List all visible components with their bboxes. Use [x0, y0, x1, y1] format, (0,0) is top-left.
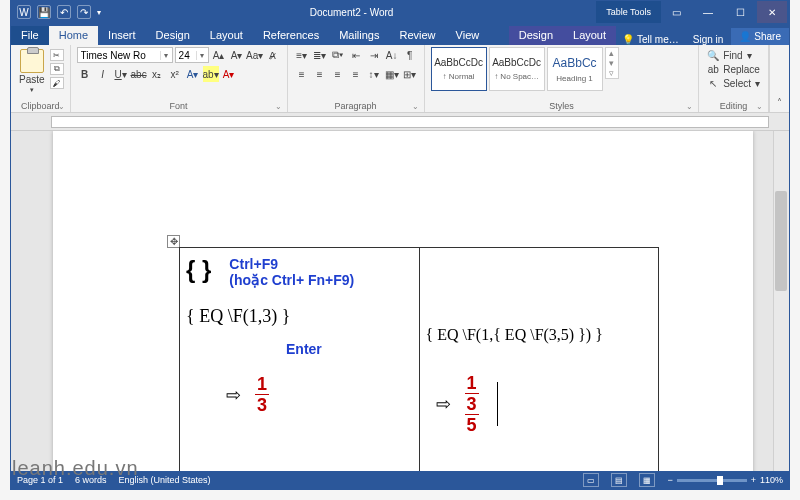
tab-mailings[interactable]: Mailings [329, 26, 389, 45]
table-cell-right[interactable]: { EQ \F(1,{ EQ \F(3,5) }) } ⇨ 1 3 5 [420, 248, 659, 471]
multilevel-list-button[interactable]: ⧉▾ [330, 47, 346, 63]
print-layout-button[interactable]: ▤ [611, 473, 627, 487]
chevron-down-icon[interactable]: ▾ [196, 51, 208, 60]
tab-file[interactable]: File [11, 26, 49, 45]
find-button[interactable]: 🔍Find ▾ [707, 49, 760, 61]
font-color-button[interactable]: A▾ [221, 66, 237, 82]
tab-review[interactable]: Review [390, 26, 446, 45]
minimize-button[interactable]: — [693, 1, 723, 23]
show-marks-button[interactable]: ¶ [402, 47, 418, 63]
zoom-slider[interactable] [677, 479, 747, 482]
qat-customize-icon[interactable]: ▾ [97, 8, 101, 17]
ruler-area [11, 113, 789, 131]
zoom-out-button[interactable]: − [667, 475, 672, 485]
font-name-input[interactable] [78, 50, 160, 61]
save-icon[interactable]: 💾 [37, 5, 51, 19]
align-center-button[interactable]: ≡ [312, 66, 328, 82]
clear-formatting-button[interactable]: A̷ [265, 47, 281, 63]
status-words[interactable]: 6 words [75, 475, 107, 485]
scrollbar-thumb[interactable] [775, 191, 787, 291]
subscript-button[interactable]: x₂ [149, 66, 165, 82]
fraction-num-b: 3 [466, 395, 476, 413]
arrow-icon: ⇨ [436, 393, 451, 415]
ribbon-display-options-icon[interactable]: ▭ [661, 1, 691, 23]
align-left-button[interactable]: ≡ [294, 66, 310, 82]
shading-button[interactable]: ▦▾ [384, 66, 400, 82]
undo-icon[interactable]: ↶ [57, 5, 71, 19]
sort-button[interactable]: A↓ [384, 47, 400, 63]
select-button[interactable]: ↖Select ▾ [707, 77, 760, 89]
chevron-down-icon[interactable]: ▾ [606, 58, 618, 68]
highlight-button[interactable]: ab▾ [203, 66, 219, 82]
bullets-button[interactable]: ≡▾ [294, 47, 310, 63]
zoom-slider-thumb[interactable] [717, 476, 723, 485]
more-icon[interactable]: ▿ [606, 68, 618, 78]
close-button[interactable]: ✕ [757, 1, 787, 23]
increase-indent-button[interactable]: ⇥ [366, 47, 382, 63]
tab-view[interactable]: View [446, 26, 490, 45]
tab-design[interactable]: Design [146, 26, 200, 45]
status-page[interactable]: Page 1 of 1 [17, 475, 63, 485]
replace-label: Replace [723, 64, 760, 75]
quick-access-toolbar: W 💾 ↶ ↷ ▾ [11, 5, 107, 19]
numbering-button[interactable]: ≣▾ [312, 47, 328, 63]
tab-table-layout[interactable]: Layout [563, 26, 616, 45]
style-no-spacing[interactable]: AaBbCcDc ↑ No Spac… [489, 47, 545, 91]
tab-home[interactable]: Home [49, 26, 98, 45]
zoom-in-button[interactable]: + [751, 475, 756, 485]
underline-button[interactable]: U▾ [113, 66, 129, 82]
chevron-down-icon[interactable]: ▾ [160, 51, 172, 60]
share-label: Share [754, 31, 781, 42]
maximize-button[interactable]: ☐ [725, 1, 755, 23]
ribbon-tabs: File Home Insert Design Layout Reference… [11, 23, 789, 45]
fraction-num-a: 1 [466, 374, 476, 392]
font-name-combo[interactable]: ▾ [77, 47, 173, 63]
font-size-combo[interactable]: ▾ [175, 47, 209, 63]
cut-button[interactable]: ✂ [50, 49, 64, 61]
style-name: ↑ No Spac… [494, 72, 539, 81]
redo-icon[interactable]: ↷ [77, 5, 91, 19]
tab-layout[interactable]: Layout [200, 26, 253, 45]
read-mode-button[interactable]: ▭ [583, 473, 599, 487]
strikethrough-button[interactable]: abc [131, 66, 147, 82]
line-spacing-button[interactable]: ↕▾ [366, 66, 382, 82]
styles-gallery-more[interactable]: ▴ ▾ ▿ [605, 47, 619, 79]
table-cell-left[interactable]: { } Ctrl+F9 (hoặc Ctrl+ Fn+F9) { EQ \F(1… [180, 248, 420, 471]
collapse-ribbon-button[interactable]: ˄ [769, 45, 789, 112]
tell-me-search[interactable]: 💡Tell me… [616, 34, 685, 45]
format-painter-button[interactable]: 🖌 [50, 77, 64, 89]
copy-button[interactable]: ⧉ [50, 63, 64, 75]
replace-button[interactable]: abReplace [707, 63, 760, 75]
change-case-button[interactable]: Aa▾ [247, 47, 263, 63]
borders-button[interactable]: ⊞▾ [402, 66, 418, 82]
sign-in-link[interactable]: Sign in [685, 34, 732, 45]
font-size-input[interactable] [176, 50, 196, 61]
vertical-scrollbar[interactable] [773, 131, 789, 471]
style-heading-1[interactable]: AaBbCc Heading 1 [547, 47, 603, 91]
web-layout-button[interactable]: ▦ [639, 473, 655, 487]
chevron-up-icon[interactable]: ▴ [606, 48, 618, 58]
lightbulb-icon: 💡 [622, 34, 634, 45]
title-bar: W 💾 ↶ ↷ ▾ Document2 - Word Table Tools ▭… [11, 1, 789, 23]
grow-font-button[interactable]: A▴ [211, 47, 227, 63]
share-button[interactable]: 👤Share [731, 28, 789, 45]
status-language[interactable]: English (United States) [119, 475, 211, 485]
align-right-button[interactable]: ≡ [330, 66, 346, 82]
italic-button[interactable]: I [95, 66, 111, 82]
tab-insert[interactable]: Insert [98, 26, 146, 45]
zoom-level[interactable]: 110% [760, 475, 783, 485]
text-effects-button[interactable]: A▾ [185, 66, 201, 82]
arrow-icon: ⇨ [226, 384, 241, 406]
tab-table-design[interactable]: Design [509, 26, 563, 45]
paste-button[interactable]: Paste ▾ [17, 47, 47, 94]
bold-button[interactable]: B [77, 66, 93, 82]
text-cursor [497, 382, 498, 426]
decrease-indent-button[interactable]: ⇤ [348, 47, 364, 63]
page[interactable]: ✥ { } Ctrl+F9 (hoặc Ctrl+ Fn+F9) { EQ \F… [53, 131, 753, 471]
style-normal[interactable]: AaBbCcDc ↑ Normal [431, 47, 487, 91]
horizontal-ruler[interactable] [51, 116, 769, 128]
justify-button[interactable]: ≡ [348, 66, 364, 82]
tab-references[interactable]: References [253, 26, 329, 45]
shrink-font-button[interactable]: A▾ [229, 47, 245, 63]
superscript-button[interactable]: x² [167, 66, 183, 82]
